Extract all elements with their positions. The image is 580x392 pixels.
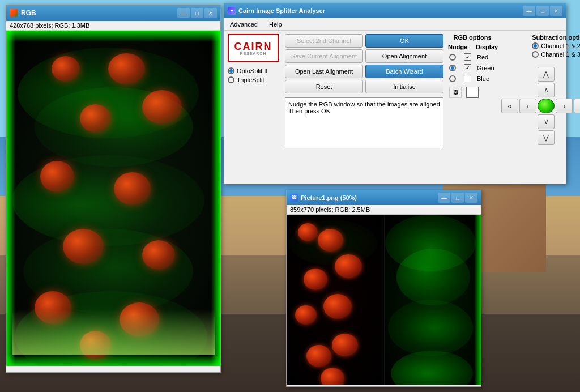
rgb-minimize-button[interactable]: — [177,8,190,18]
subtraction-radio-2[interactable]: Channel 1 & 3 [532,51,580,58]
pic-red-cell-2 [298,223,318,241]
cairn-window-title: Cairn Image Splitter Analyser [238,7,325,14]
nudge-red-radio[interactable] [449,54,456,61]
cairn-minimize-button[interactable]: — [523,6,535,16]
rgb-option-blue: Blue [447,75,498,82]
picture1-window-title: Picture1.png (50%) [301,194,357,201]
picture1-red-channel [287,215,384,385]
radio-optosplit-indicator [228,67,234,74]
button-row-3: Open Last Alignment Batch Wizard [285,65,443,78]
menu-advanced[interactable]: Advanced [228,20,260,29]
nudge-blue-radio[interactable] [449,75,456,82]
cairn-menubar: Advanced Help [224,18,566,31]
extra-icons-row: 🖼 [447,87,498,98]
cairn-buttons-panel: Select 2nd Channel OK Save Current Align… [285,34,443,180]
right-panel: Subtraction options Channel 1 & 2 Channe… [501,34,580,180]
arrow-down-button[interactable]: ∨ [538,114,555,129]
subtraction-2-radio[interactable] [532,51,539,58]
red-cell-4 [80,104,111,133]
red-label: Red [477,54,488,61]
display-blue-checkbox[interactable] [464,75,471,82]
green-label: Green [477,65,494,71]
button-row-1: Select 2nd Channel OK [285,34,443,48]
picture1-app-icon: 🖼 [290,194,298,202]
arrow-up-button[interactable]: ∧ [538,83,555,97]
radio-optosplit-label: OptoSplit II [237,67,267,74]
message-area: Nudge the RGB window so that the images … [285,97,443,148]
red-cell-5 [40,161,74,192]
subtraction-options: Subtraction options Channel 1 & 2 Channe… [532,34,580,58]
arrow-right-right-button[interactable]: » [574,99,580,113]
pic-red-cell-8 [306,345,331,367]
cairn-main-window: ✦ Cairn Image Splitter Analyser — □ ✕ Ad… [224,3,566,184]
red-cell-1 [108,53,145,84]
rgb-window-title: RGB [21,9,36,17]
open-last-alignment-button[interactable]: Open Last Alignment [285,65,363,78]
picture1-maximize-button[interactable]: □ [451,193,464,203]
nudge-display-header: Nudge Display [447,44,498,50]
arrow-row-up: ∧ [538,83,555,97]
arrow-left-button[interactable]: ‹ [519,99,536,113]
picture1-minimize-button[interactable]: — [438,193,450,203]
select-2nd-channel-button[interactable]: Select 2nd Channel [285,34,363,48]
save-alignment-button[interactable]: Save Current Alignment [285,49,363,63]
image-icon-1[interactable]: 🖼 [449,87,462,98]
picture1-titlebar-left: 🖼 Picture1.png (50%) [290,194,357,202]
green-strand-4 [391,351,473,385]
rgb-app-icon [10,9,18,17]
rgb-close-button[interactable]: ✕ [204,8,217,18]
rgb-titlebar-controls: — □ ✕ [177,8,217,18]
subtraction-1-label: Channel 1 & 2 [541,42,580,49]
rgb-image-canvas [6,31,220,366]
batch-wizard-button[interactable]: Batch Wizard [365,65,443,78]
initialise-button[interactable]: Initialise [365,80,443,93]
picture1-window: 🖼 Picture1.png (50%) — □ ✕ 859x770 pixel… [286,190,481,387]
message-line-2: Then press OK [288,108,440,114]
display-green-checkbox[interactable] [464,64,471,71]
arrow-right-button[interactable]: › [556,99,573,113]
radio-triplesplit-label: TripleSplit [237,76,265,83]
cairn-radio-group: OptoSplit II TripleSplit [228,67,282,83]
ok-button[interactable]: OK [365,34,443,48]
arrow-up-up-button[interactable]: ⋀ [538,67,555,82]
blue-label: Blue [477,75,489,82]
arrow-row-down: ∨ [538,114,555,129]
reset-button[interactable]: Reset [285,80,363,93]
picture1-green-channel [384,215,481,385]
picture1-close-button[interactable]: ✕ [465,193,477,203]
pic-red-cell-1 [318,229,343,252]
rgb-bottom-gradient [12,309,215,355]
red-cell-8 [142,240,175,270]
subtraction-1-radio[interactable] [532,42,539,49]
subtraction-title: Subtraction options [532,34,580,41]
nudge-green-radio[interactable] [449,65,456,71]
nav-arrows-panel: ⋀ ∧ « ‹ › » ∨ ⋁ [501,67,580,145]
extra-checkbox[interactable] [466,87,479,98]
radio-optosplit[interactable]: OptoSplit II [228,67,282,74]
cairn-titlebar-controls: — □ ✕ [523,6,562,16]
open-alignment-button[interactable]: Open Alignment [365,49,443,63]
rgb-maximize-button[interactable]: □ [191,8,203,18]
picture1-image-info: 859x770 pixels; RGB; 2.5MB [287,205,481,215]
arrow-left-left-button[interactable]: « [501,99,518,113]
display-red-checkbox[interactable] [464,53,471,61]
rgb-option-green: Green [447,64,498,71]
cairn-maximize-button[interactable]: □ [536,6,549,16]
radio-triplesplit[interactable]: TripleSplit [228,76,282,83]
rgb-options-title: RGB options [447,34,498,41]
red-cell-2 [52,56,80,82]
menu-help[interactable]: Help [267,20,284,29]
cairn-content-area: CAIRN RESEARCH OptoSplit II TripleSplit … [224,31,566,184]
arrow-down-down-button[interactable]: ⋁ [538,130,555,145]
arrow-row-middle: « ‹ › » [501,99,580,113]
pic-red-cell-3 [335,254,362,278]
cairn-logo: CAIRN RESEARCH [228,34,279,62]
cairn-logo-sub: RESEARCH [240,52,267,56]
red-cell-7 [63,229,104,264]
subtraction-radio-1[interactable]: Channel 1 & 2 [532,42,580,49]
cairn-close-button[interactable]: ✕ [550,6,562,16]
cairn-logo-text: CAIRN [234,41,272,52]
button-row-4: Reset Initialise [285,80,443,93]
green-strand-3 [388,300,473,356]
green-strand-2 [396,249,470,305]
